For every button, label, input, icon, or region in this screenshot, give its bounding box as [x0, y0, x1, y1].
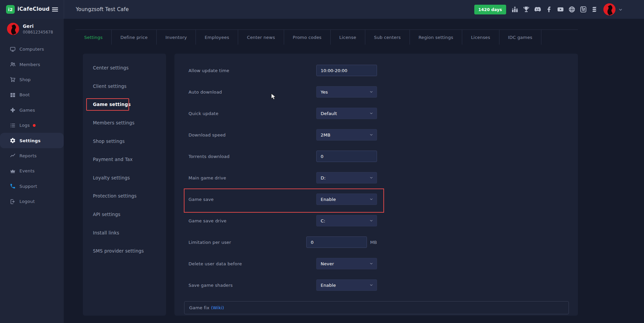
tab-define-price[interactable]: Define price	[112, 30, 157, 45]
sidebar-item-computers[interactable]: Computers	[0, 42, 64, 57]
settings-menu-item-loyalty-settings[interactable]: Loyalty settings	[83, 169, 166, 187]
game-save-select[interactable]: Enable	[316, 194, 377, 205]
sidebar-nav: ComputersMembersShopBootGamesLogsSetting…	[0, 42, 64, 209]
tab-bar: SettingsDefine priceInventoryEmployeesCe…	[75, 30, 578, 45]
select-value: Default	[321, 111, 337, 116]
sidebar-item-label: Logs	[19, 123, 30, 128]
unit-suffix: MB	[370, 240, 377, 245]
tab-license[interactable]: License	[331, 30, 365, 45]
tab-licenses[interactable]: Licenses	[462, 30, 499, 45]
days-remaining-badge[interactable]: 1420 days	[474, 5, 506, 14]
settings-submenu-panel: Center settingsClient settingsGame setti…	[83, 54, 166, 316]
field-label: Allow update time	[189, 68, 316, 73]
sidebar-item-boot[interactable]: Boot	[0, 87, 64, 102]
delete-user-data-before-select[interactable]: Never	[316, 258, 377, 269]
settings-menu-item-protection-settings[interactable]: Protection settings	[83, 187, 166, 205]
chevron-down-icon	[369, 219, 373, 223]
chevron-down-icon[interactable]	[618, 7, 623, 12]
field-label: Limitation per user	[189, 240, 306, 245]
tab-employees[interactable]: Employees	[196, 30, 238, 45]
tab-settings[interactable]: Settings	[75, 30, 112, 45]
settings-menu-item-payment-and-tax[interactable]: Payment and Tax	[83, 150, 166, 169]
limitation-per-user-input[interactable]	[306, 236, 367, 248]
settings-menu-item-label: Shop settings	[93, 139, 125, 144]
sidebar: Geri 008612345678 ComputersMembersShopBo…	[0, 19, 64, 323]
game-settings-form-panel: Allow update timeAuto downloadYesQuick u…	[174, 54, 578, 316]
sidebar-item-events[interactable]: Events	[0, 163, 64, 178]
select-value: Yes	[321, 90, 328, 95]
sidebar-item-settings[interactable]: Settings	[0, 133, 64, 148]
globe-icon[interactable]	[568, 6, 576, 13]
settings-menu-item-members-settings[interactable]: Members settings	[83, 114, 166, 132]
tab-region-settings[interactable]: Region settings	[410, 30, 462, 45]
settings-menu-item-shop-settings[interactable]: Shop settings	[83, 132, 166, 150]
icafecloud-icon[interactable]	[580, 6, 587, 13]
game-fix-wiki-link[interactable]: (Wiki)	[211, 305, 224, 310]
sidebar-item-games[interactable]: Games	[0, 103, 64, 118]
sidebar-item-label: Computers	[19, 47, 44, 52]
discord-icon[interactable]	[534, 6, 541, 13]
sidebar-item-logs[interactable]: Logs	[0, 118, 64, 133]
settings-menu-item-install-links[interactable]: Install links	[83, 223, 166, 242]
chevron-down-icon	[369, 176, 373, 180]
settings-menu-item-sms-provider-settings[interactable]: SMS provider settings	[83, 242, 166, 260]
field-label: Auto download	[189, 90, 316, 95]
form-rows: Allow update timeAuto downloadYesQuick u…	[174, 54, 578, 296]
game-save-drive-select[interactable]: C:	[316, 215, 377, 226]
settings-menu-item-game-settings[interactable]: Game settings	[83, 95, 166, 114]
tab-label: Settings	[84, 35, 103, 40]
torrents-download-input[interactable]	[316, 151, 377, 162]
chevron-down-icon	[369, 90, 373, 94]
tab-idc-games[interactable]: IDC games	[499, 30, 542, 45]
sidebar-item-support[interactable]: Support	[0, 179, 64, 194]
settings-menu-item-label: Install links	[93, 230, 119, 235]
main-game-drive-select[interactable]: D:	[316, 172, 377, 183]
trophy-icon[interactable]	[523, 6, 530, 13]
sidebar-item-shop[interactable]: Shop	[0, 72, 64, 87]
settings-menu-item-center-settings[interactable]: Center settings	[83, 59, 166, 77]
chevron-down-icon	[369, 197, 373, 201]
form-row-limitation-per-user: Limitation per userMB	[189, 231, 377, 253]
form-row-quick-update: Quick updateDefault	[189, 103, 377, 124]
tab-promo-codes[interactable]: Promo codes	[284, 30, 331, 45]
form-row-game-save: Game saveEnable	[189, 189, 377, 210]
youtube-icon[interactable]	[557, 6, 564, 13]
save-game-shaders-select[interactable]: Enable	[316, 279, 377, 291]
settings-menu-item-label: Payment and Tax	[93, 157, 132, 162]
tab-label: Sub centers	[374, 35, 401, 40]
sidebar-item-reports[interactable]: Reports	[0, 148, 64, 163]
download-speed-select[interactable]: 2MB	[316, 129, 377, 141]
sidebar-item-logout[interactable]: Logout	[0, 194, 64, 209]
chevron-down-icon	[369, 133, 373, 137]
settings-menu-item-client-settings[interactable]: Client settings	[83, 77, 166, 96]
quick-update-select[interactable]: Default	[316, 108, 377, 119]
hamburger-menu-icon[interactable]	[51, 5, 59, 13]
tab-sub-centers[interactable]: Sub centers	[365, 30, 410, 45]
allow-update-time-input[interactable]	[316, 65, 377, 76]
members-icon	[10, 61, 16, 67]
settings-menu-item-label: Game settings	[93, 102, 131, 107]
tab-label: Define price	[120, 35, 148, 40]
user-avatar	[7, 23, 19, 35]
cart-icon	[10, 76, 16, 83]
tab-label: Center news	[247, 35, 275, 40]
settings-menu-item-label: Client settings	[93, 84, 126, 89]
tab-center-news[interactable]: Center news	[238, 30, 284, 45]
topbar-avatar[interactable]	[603, 3, 615, 15]
facebook-icon[interactable]	[545, 6, 553, 13]
layers-icon[interactable]	[591, 6, 598, 13]
tab-inventory[interactable]: Inventory	[157, 30, 196, 45]
settings-menu-item-label: Members settings	[93, 120, 135, 125]
form-row-save-game-shaders: Save game shadersEnable	[189, 274, 377, 296]
auto-download-select[interactable]: Yes	[316, 86, 377, 98]
sidebar-item-members[interactable]: Members	[0, 57, 64, 72]
select-value: C:	[321, 218, 325, 223]
select-value: Enable	[321, 283, 336, 288]
leaderboard-icon[interactable]	[511, 6, 519, 13]
form-row-main-game-drive: Main game driveD:	[189, 167, 377, 189]
form-row-torrents-download: Torrents download	[189, 146, 377, 167]
user-block[interactable]: Geri 008612345678	[0, 19, 64, 39]
sidebar-item-label: Games	[19, 108, 35, 113]
monitor-icon	[10, 46, 16, 52]
settings-menu-item-api-settings[interactable]: API settings	[83, 205, 166, 224]
